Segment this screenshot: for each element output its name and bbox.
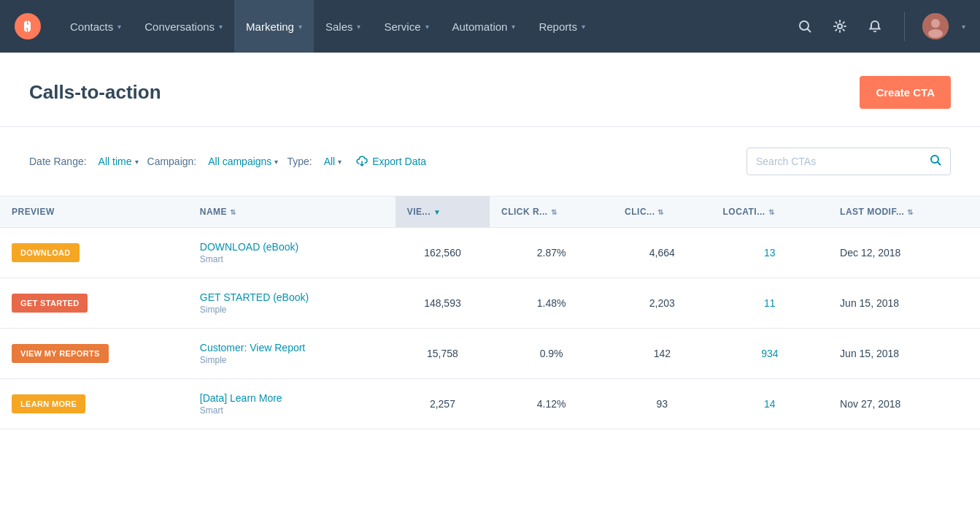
views-cell: 2,257: [396, 379, 490, 429]
search-submit-icon: [930, 154, 941, 166]
hubspot-logo[interactable]: [15, 13, 41, 39]
search-box: [746, 148, 951, 175]
locations-sort-icon: ⇅: [768, 208, 774, 216]
col-clicks[interactable]: CLIC... ⇅: [613, 196, 711, 228]
click-rate-sort-icon: ⇅: [551, 208, 557, 216]
navbar: Contacts ▾ Conversations ▾ Marketing ▾ S…: [0, 0, 980, 53]
nav-automation[interactable]: Automation ▾: [441, 0, 528, 53]
contacts-chevron-icon: ▾: [117, 23, 121, 31]
nav-right: ▾: [793, 12, 965, 41]
locations-link[interactable]: 11: [764, 297, 776, 309]
export-button[interactable]: Export Data: [356, 156, 426, 167]
locations-cell: 14: [711, 379, 829, 429]
click-rate-cell: 0.9%: [490, 329, 613, 379]
cta-name-link[interactable]: Customer: View Report: [200, 342, 384, 353]
locations-cell: 13: [711, 228, 829, 278]
name-sort-icon: ⇅: [230, 208, 236, 216]
create-cta-button[interactable]: Create CTA: [860, 76, 951, 109]
col-click-rate[interactable]: CLICK R... ⇅: [490, 196, 613, 228]
cta-name-link[interactable]: DOWNLOAD (eBook): [200, 241, 384, 253]
table-row: DOWNLOAD DOWNLOAD (eBook) Smart 162,560 …: [0, 228, 980, 278]
settings-icon[interactable]: [828, 15, 852, 38]
nav-reports[interactable]: Reports ▾: [527, 0, 597, 53]
type-select[interactable]: All ▾: [324, 156, 342, 167]
campaign-select[interactable]: All campaigns ▾: [208, 156, 278, 167]
cta-type: Simple: [200, 355, 384, 365]
last-modified-cell: Jun 15, 2018: [828, 329, 980, 379]
col-last-modified[interactable]: LAST MODIF... ⇅: [828, 196, 980, 228]
cloud-upload-icon: [356, 156, 368, 167]
locations-cell: 934: [711, 329, 829, 379]
reports-chevron-icon: ▾: [582, 23, 585, 31]
name-cell: GET STARTED (eBook) Simple: [188, 278, 396, 329]
search-input[interactable]: [756, 156, 924, 167]
cta-preview-button[interactable]: VIEW MY REPORTS: [12, 344, 109, 363]
notifications-icon[interactable]: [863, 15, 887, 38]
table-row: LEARN MORE [Data] Learn More Smart 2,257…: [0, 379, 980, 429]
clicks-sort-icon: ⇅: [657, 208, 663, 216]
name-cell: [Data] Learn More Smart: [188, 379, 396, 429]
search-icon[interactable]: [793, 15, 817, 38]
nav-contacts[interactable]: Contacts ▾: [58, 0, 133, 53]
click-rate-cell: 2.87%: [490, 228, 613, 278]
col-name[interactable]: NAME ⇅: [188, 196, 396, 228]
nav-conversations[interactable]: Conversations ▾: [133, 0, 234, 53]
cta-preview-button[interactable]: DOWNLOAD: [12, 243, 80, 262]
cta-preview-button[interactable]: LEARN MORE: [12, 394, 85, 413]
name-cell: Customer: View Report Simple: [188, 329, 396, 379]
cta-table: PREVIEW NAME ⇅ VIE... ▼: [0, 196, 980, 429]
col-preview: PREVIEW: [0, 196, 188, 228]
page-header: Calls-to-action Create CTA: [0, 53, 980, 127]
last-modified-cell: Jun 15, 2018: [828, 278, 980, 329]
page-container: Calls-to-action Create CTA Date Range: A…: [0, 53, 980, 520]
svg-point-5: [931, 19, 940, 28]
svg-point-6: [928, 29, 943, 38]
campaign-chevron-icon: ▾: [274, 158, 278, 166]
nav-service[interactable]: Service ▾: [372, 0, 440, 53]
views-cell: 162,560: [396, 228, 490, 278]
clicks-cell: 4,664: [613, 228, 711, 278]
campaign-label: Campaign:: [147, 156, 197, 167]
last-modified-sort-icon: ⇅: [907, 208, 913, 216]
clicks-cell: 142: [613, 329, 711, 379]
nav-items: Contacts ▾ Conversations ▾ Marketing ▾ S…: [58, 0, 793, 53]
cta-type: Smart: [200, 254, 384, 264]
preview-cell: DOWNLOAD: [0, 228, 188, 278]
nav-divider: [904, 12, 905, 41]
type-chevron-icon: ▾: [338, 158, 342, 166]
page-title: Calls-to-action: [29, 81, 161, 104]
sales-chevron-icon: ▾: [357, 23, 360, 31]
table-container: PREVIEW NAME ⇅ VIE... ▼: [0, 196, 980, 429]
date-range-chevron-icon: ▾: [135, 158, 139, 166]
date-range-select[interactable]: All time ▾: [99, 156, 139, 167]
locations-link[interactable]: 13: [764, 247, 776, 259]
cta-preview-button[interactable]: GET STARTED: [12, 294, 88, 313]
conversations-chevron-icon: ▾: [219, 23, 223, 31]
avatar-chevron-icon[interactable]: ▾: [962, 23, 965, 31]
svg-point-3: [838, 24, 842, 28]
search-submit-button[interactable]: [930, 154, 941, 169]
service-chevron-icon: ▾: [425, 23, 429, 31]
click-rate-cell: 4.12%: [490, 379, 613, 429]
cta-type: Smart: [200, 405, 384, 416]
type-label: Type:: [287, 156, 312, 167]
last-modified-cell: Nov 27, 2018: [828, 379, 980, 429]
locations-link[interactable]: 14: [764, 398, 776, 410]
automation-chevron-icon: ▾: [512, 23, 515, 31]
col-locations[interactable]: LOCATI... ⇅: [711, 196, 829, 228]
nav-marketing[interactable]: Marketing ▾: [234, 0, 314, 53]
preview-cell: VIEW MY REPORTS: [0, 329, 188, 379]
svg-line-2: [808, 29, 811, 32]
click-rate-cell: 1.48%: [490, 278, 613, 329]
last-modified-cell: Dec 12, 2018: [828, 228, 980, 278]
cta-name-link[interactable]: [Data] Learn More: [200, 392, 384, 404]
avatar[interactable]: [922, 13, 949, 39]
views-cell: 15,758: [396, 329, 490, 379]
nav-sales[interactable]: Sales ▾: [314, 0, 373, 53]
col-views[interactable]: VIE... ▼: [396, 196, 490, 228]
table-row: VIEW MY REPORTS Customer: View Report Si…: [0, 329, 980, 379]
cta-type: Simple: [200, 305, 384, 315]
locations-link[interactable]: 934: [761, 348, 778, 359]
clicks-cell: 93: [613, 379, 711, 429]
cta-name-link[interactable]: GET STARTED (eBook): [200, 291, 384, 303]
